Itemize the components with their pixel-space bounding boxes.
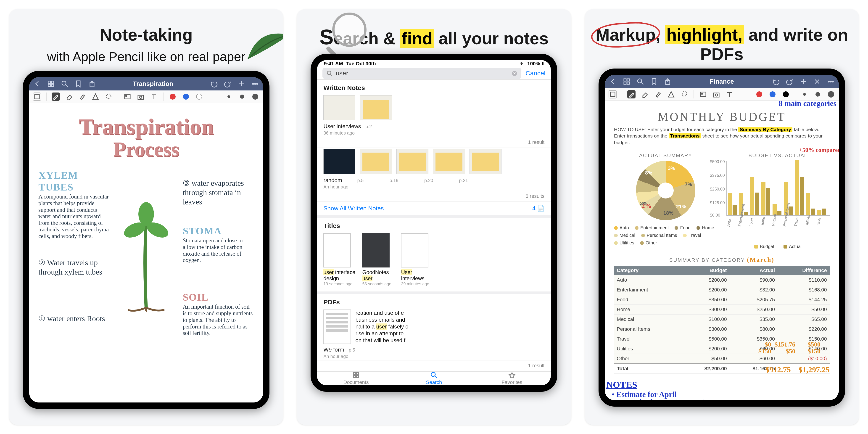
table-row: Travel$500.00$350.00$150.00 <box>614 334 830 344</box>
color-black[interactable] <box>195 93 203 101</box>
color-blue[interactable] <box>769 90 777 98</box>
stroke[interactable] <box>800 90 809 98</box>
bookmark-icon[interactable] <box>650 78 658 86</box>
table-row: Home$300.00$250.00$50.00 <box>614 305 830 314</box>
stroke[interactable] <box>814 90 822 98</box>
pen-tool[interactable] <box>52 93 60 101</box>
eraser-tool[interactable] <box>641 90 649 98</box>
grid-icon[interactable] <box>623 78 630 86</box>
title-card[interactable]: GoodNotes user 56 seconds ago <box>362 233 397 286</box>
close-icon[interactable] <box>813 78 821 86</box>
search-icon[interactable] <box>637 78 644 86</box>
panel-heading: Note-taking <box>91 9 202 49</box>
back-icon[interactable] <box>33 80 41 88</box>
pdf-thumb[interactable] <box>323 310 351 344</box>
table-row: Other$50.00$60.00($10.00) <box>614 354 830 364</box>
highlighter-tool[interactable] <box>654 90 662 98</box>
stroke-thin[interactable] <box>225 93 233 101</box>
note-canvas[interactable]: Transpiration Process XYLEM TUBES A comp… <box>29 103 263 402</box>
add-page-icon[interactable] <box>800 78 807 86</box>
pdf-canvas[interactable]: 8 main categories MONTHLY BUDGET HOW TO … <box>605 101 839 400</box>
camera-tool[interactable] <box>712 90 720 98</box>
back-icon[interactable] <box>609 78 617 86</box>
show-all-button[interactable]: Show All Written Notes 4 📄 <box>317 202 551 215</box>
stroke[interactable] <box>827 90 835 98</box>
add-page-icon[interactable] <box>238 80 245 88</box>
redo-icon[interactable] <box>224 80 231 88</box>
search-icon[interactable] <box>61 80 68 88</box>
shape-tool[interactable] <box>667 90 675 98</box>
svg-rect-24 <box>353 375 355 378</box>
pen-tool[interactable] <box>627 90 636 98</box>
note-thumb[interactable] <box>360 95 392 120</box>
tab-favorites[interactable]: Favorites <box>473 372 551 385</box>
svg-point-12 <box>126 95 127 97</box>
more-icon[interactable] <box>251 80 259 88</box>
table-row: Food$350.00$205.75$144.25 <box>614 295 830 305</box>
readonly-toggle[interactable] <box>33 93 41 101</box>
note-thumb[interactable] <box>397 149 428 174</box>
undo-icon[interactable] <box>210 80 218 88</box>
note-thumb[interactable] <box>433 149 465 174</box>
doc-title[interactable]: Transpiration <box>96 80 210 88</box>
camera-tool[interactable] <box>136 93 145 101</box>
note-meta[interactable]: random p.5 p.19 p.20 p.21 An hour ago <box>317 176 551 191</box>
svg-rect-11 <box>125 94 130 99</box>
image-tool[interactable] <box>123 93 131 101</box>
color-black[interactable] <box>782 90 790 98</box>
stoma-text: Stomata open and close to allow the inta… <box>183 237 254 264</box>
title-card[interactable]: user interface design 19 seconds ago <box>323 233 358 286</box>
note-meta[interactable]: User interviews p.2 36 minutes ago <box>317 122 551 137</box>
eraser-tool[interactable] <box>65 93 73 101</box>
magnifier-decor <box>324 11 370 58</box>
color-red[interactable] <box>755 90 764 98</box>
handwritten-title: Transpiration <box>38 115 254 138</box>
shape-tool[interactable] <box>91 93 99 101</box>
annotation: $500 <box>808 341 820 348</box>
pie-legend: Auto Entertainment Food Home Medical Per… <box>614 225 717 246</box>
note-thumb[interactable] <box>323 95 355 120</box>
more-icon[interactable] <box>827 78 835 86</box>
note-thumb[interactable] <box>469 149 501 174</box>
undo-icon[interactable] <box>772 78 780 86</box>
share-icon[interactable] <box>88 80 96 88</box>
search-input[interactable]: user <box>322 68 521 79</box>
grid-icon[interactable] <box>47 80 55 88</box>
annotation: $150 <box>758 348 771 355</box>
svg-point-26 <box>431 372 435 376</box>
cancel-button[interactable]: Cancel <box>525 70 545 77</box>
pdf-meta[interactable]: W9 form p.5 An hour ago <box>317 345 551 360</box>
doc-title[interactable]: Finance <box>672 78 772 85</box>
highlighter-tool[interactable] <box>78 93 86 101</box>
share-icon[interactable] <box>664 78 672 86</box>
color-blue[interactable] <box>182 93 190 101</box>
svg-point-18 <box>333 14 365 46</box>
tab-search[interactable]: Search <box>395 372 473 385</box>
lasso-tool[interactable] <box>680 90 688 98</box>
search-query: user <box>336 70 348 77</box>
pie-chart: ACTUAL SUMMARY 8% 3% 7% 21% 18% 3% 2% Au… <box>614 153 717 249</box>
annotation: $912.75 <box>766 366 791 374</box>
redo-icon[interactable] <box>786 78 794 86</box>
svg-rect-27 <box>624 79 626 81</box>
readonly-toggle[interactable] <box>609 90 617 98</box>
tab-documents[interactable]: Documents <box>317 372 395 385</box>
note-thumb[interactable] <box>360 149 392 174</box>
leaf-decor <box>242 25 283 62</box>
stroke-thick[interactable] <box>251 93 259 101</box>
color-red[interactable] <box>168 93 177 101</box>
svg-rect-2 <box>48 84 51 87</box>
lasso-tool[interactable] <box>104 93 113 101</box>
drawing-toolbar <box>29 90 263 103</box>
text-tool[interactable] <box>150 93 158 101</box>
image-tool[interactable] <box>699 90 707 98</box>
bookmark-icon[interactable] <box>74 80 82 88</box>
pdf-howto: HOW TO USE: Enter your budget for each c… <box>614 126 830 146</box>
section-titles: Titles <box>317 218 551 232</box>
stroke-med[interactable] <box>238 93 246 101</box>
note-thumb[interactable] <box>323 149 355 174</box>
title-card[interactable]: User interviews 39 minutes ago <box>401 233 435 286</box>
clear-icon[interactable] <box>512 70 517 76</box>
svg-rect-30 <box>627 82 629 84</box>
text-tool[interactable] <box>725 90 734 98</box>
